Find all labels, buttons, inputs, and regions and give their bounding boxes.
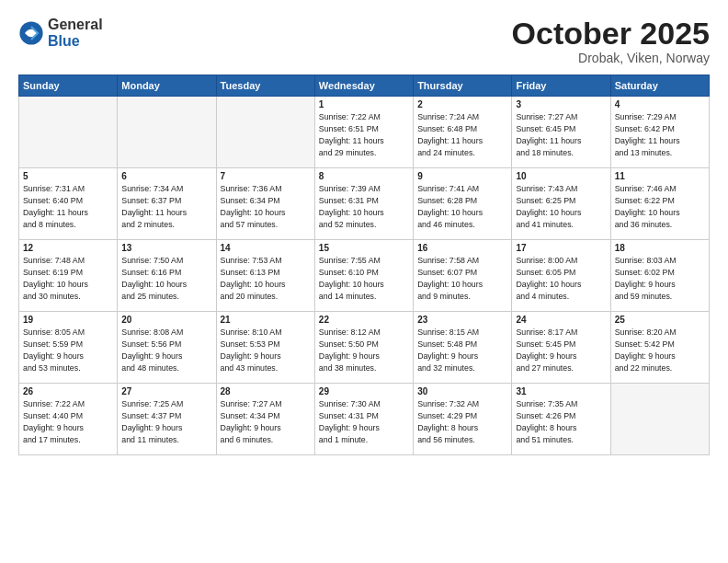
- day-info: Sunrise: 8:00 AM Sunset: 6:05 PM Dayligh…: [516, 255, 606, 302]
- day-cell: 18Sunrise: 8:03 AM Sunset: 6:02 PM Dayli…: [610, 240, 709, 312]
- logo-general-text: General: [48, 17, 103, 33]
- day-number: 4: [615, 99, 705, 109]
- day-number: 8: [319, 171, 409, 181]
- day-cell: 30Sunrise: 7:32 AM Sunset: 4:29 PM Dayli…: [414, 384, 512, 455]
- day-info: Sunrise: 7:24 AM Sunset: 6:48 PM Dayligh…: [417, 111, 507, 158]
- day-cell: 20Sunrise: 8:08 AM Sunset: 5:56 PM Dayli…: [118, 312, 216, 384]
- day-number: 26: [23, 386, 113, 396]
- day-cell: 13Sunrise: 7:50 AM Sunset: 6:16 PM Dayli…: [118, 240, 216, 312]
- logo: General Blue: [18, 17, 103, 49]
- day-cell: 17Sunrise: 8:00 AM Sunset: 6:05 PM Dayli…: [512, 240, 610, 312]
- day-number: 31: [516, 386, 606, 396]
- header-row: SundayMondayTuesdayWednesdayThursdayFrid…: [19, 75, 710, 97]
- col-header-sunday: Sunday: [19, 75, 118, 97]
- day-number: 20: [121, 315, 211, 325]
- day-cell: 15Sunrise: 7:55 AM Sunset: 6:10 PM Dayli…: [314, 240, 413, 312]
- day-info: Sunrise: 7:27 AM Sunset: 4:34 PM Dayligh…: [221, 398, 311, 445]
- day-info: Sunrise: 7:34 AM Sunset: 6:37 PM Dayligh…: [121, 183, 211, 230]
- week-row-5: 26Sunrise: 7:22 AM Sunset: 4:40 PM Dayli…: [19, 384, 710, 455]
- day-info: Sunrise: 7:58 AM Sunset: 6:07 PM Dayligh…: [417, 255, 507, 302]
- day-number: 14: [221, 243, 311, 253]
- day-info: Sunrise: 7:31 AM Sunset: 6:40 PM Dayligh…: [23, 183, 113, 230]
- day-info: Sunrise: 8:08 AM Sunset: 5:56 PM Dayligh…: [121, 327, 211, 373]
- logo-icon: [18, 20, 44, 46]
- day-cell: 19Sunrise: 8:05 AM Sunset: 5:59 PM Dayli…: [19, 312, 118, 384]
- day-cell: 16Sunrise: 7:58 AM Sunset: 6:07 PM Dayli…: [414, 240, 512, 312]
- day-info: Sunrise: 7:55 AM Sunset: 6:10 PM Dayligh…: [319, 255, 409, 302]
- page: General Blue October 2025 Drobak, Viken,…: [0, 0, 728, 465]
- col-header-wednesday: Wednesday: [314, 75, 413, 97]
- day-cell: 2Sunrise: 7:24 AM Sunset: 6:48 PM Daylig…: [414, 97, 512, 168]
- day-info: Sunrise: 8:03 AM Sunset: 6:02 PM Dayligh…: [615, 255, 705, 302]
- day-cell: 1Sunrise: 7:22 AM Sunset: 6:51 PM Daylig…: [314, 97, 413, 168]
- day-cell: [216, 97, 314, 168]
- day-info: Sunrise: 7:30 AM Sunset: 4:31 PM Dayligh…: [319, 398, 409, 445]
- day-number: 3: [516, 99, 606, 109]
- day-info: Sunrise: 8:12 AM Sunset: 5:50 PM Dayligh…: [319, 327, 409, 373]
- day-cell: [610, 384, 709, 455]
- day-number: 25: [615, 315, 705, 325]
- calendar-table: SundayMondayTuesdayWednesdayThursdayFrid…: [18, 75, 710, 455]
- day-number: 29: [319, 386, 409, 396]
- day-info: Sunrise: 7:50 AM Sunset: 6:16 PM Dayligh…: [121, 255, 211, 302]
- day-info: Sunrise: 8:20 AM Sunset: 5:42 PM Dayligh…: [615, 327, 705, 373]
- day-number: 18: [615, 243, 705, 253]
- col-header-monday: Monday: [118, 75, 216, 97]
- week-row-4: 19Sunrise: 8:05 AM Sunset: 5:59 PM Dayli…: [19, 312, 710, 384]
- day-cell: 22Sunrise: 8:12 AM Sunset: 5:50 PM Dayli…: [314, 312, 413, 384]
- day-number: 27: [121, 386, 211, 396]
- day-number: 7: [221, 171, 311, 181]
- day-cell: 24Sunrise: 8:17 AM Sunset: 5:45 PM Dayli…: [512, 312, 610, 384]
- day-number: 16: [417, 243, 507, 253]
- title-block: October 2025 Drobak, Viken, Norway: [512, 17, 710, 65]
- day-cell: 4Sunrise: 7:29 AM Sunset: 6:42 PM Daylig…: [610, 97, 709, 168]
- day-number: 1: [319, 99, 409, 109]
- day-cell: 23Sunrise: 8:15 AM Sunset: 5:48 PM Dayli…: [414, 312, 512, 384]
- day-cell: 27Sunrise: 7:25 AM Sunset: 4:37 PM Dayli…: [118, 384, 216, 455]
- day-number: 5: [23, 171, 113, 181]
- week-row-1: 1Sunrise: 7:22 AM Sunset: 6:51 PM Daylig…: [19, 97, 710, 168]
- day-cell: 3Sunrise: 7:27 AM Sunset: 6:45 PM Daylig…: [512, 97, 610, 168]
- day-info: Sunrise: 7:48 AM Sunset: 6:19 PM Dayligh…: [23, 255, 113, 302]
- col-header-thursday: Thursday: [414, 75, 512, 97]
- day-number: 15: [319, 243, 409, 253]
- day-info: Sunrise: 7:39 AM Sunset: 6:31 PM Dayligh…: [319, 183, 409, 230]
- day-number: 21: [221, 315, 311, 325]
- day-info: Sunrise: 7:25 AM Sunset: 4:37 PM Dayligh…: [121, 398, 211, 445]
- day-cell: 7Sunrise: 7:36 AM Sunset: 6:34 PM Daylig…: [216, 168, 314, 240]
- logo-blue-text: Blue: [48, 33, 103, 50]
- col-header-saturday: Saturday: [610, 75, 709, 97]
- header: General Blue October 2025 Drobak, Viken,…: [18, 17, 710, 65]
- day-info: Sunrise: 7:22 AM Sunset: 4:40 PM Dayligh…: [23, 398, 113, 445]
- day-number: 11: [615, 171, 705, 181]
- week-row-2: 5Sunrise: 7:31 AM Sunset: 6:40 PM Daylig…: [19, 168, 710, 240]
- day-cell: [118, 97, 216, 168]
- col-header-friday: Friday: [512, 75, 610, 97]
- day-cell: 10Sunrise: 7:43 AM Sunset: 6:25 PM Dayli…: [512, 168, 610, 240]
- day-number: 17: [516, 243, 606, 253]
- day-number: 10: [516, 171, 606, 181]
- day-cell: 25Sunrise: 8:20 AM Sunset: 5:42 PM Dayli…: [610, 312, 709, 384]
- day-cell: 31Sunrise: 7:35 AM Sunset: 4:26 PM Dayli…: [512, 384, 610, 455]
- day-number: 24: [516, 315, 606, 325]
- day-cell: 29Sunrise: 7:30 AM Sunset: 4:31 PM Dayli…: [314, 384, 413, 455]
- day-info: Sunrise: 7:46 AM Sunset: 6:22 PM Dayligh…: [615, 183, 705, 230]
- day-info: Sunrise: 8:05 AM Sunset: 5:59 PM Dayligh…: [23, 327, 113, 373]
- day-number: 23: [417, 315, 507, 325]
- day-info: Sunrise: 8:15 AM Sunset: 5:48 PM Dayligh…: [417, 327, 507, 373]
- col-header-tuesday: Tuesday: [216, 75, 314, 97]
- month-title: October 2025: [512, 17, 710, 51]
- day-number: 19: [23, 315, 113, 325]
- day-info: Sunrise: 8:10 AM Sunset: 5:53 PM Dayligh…: [221, 327, 311, 373]
- day-cell: 5Sunrise: 7:31 AM Sunset: 6:40 PM Daylig…: [19, 168, 118, 240]
- day-number: 6: [121, 171, 211, 181]
- day-number: 22: [319, 315, 409, 325]
- day-cell: 14Sunrise: 7:53 AM Sunset: 6:13 PM Dayli…: [216, 240, 314, 312]
- day-number: 2: [417, 99, 507, 109]
- day-cell: 11Sunrise: 7:46 AM Sunset: 6:22 PM Dayli…: [610, 168, 709, 240]
- day-info: Sunrise: 7:36 AM Sunset: 6:34 PM Dayligh…: [221, 183, 311, 230]
- day-info: Sunrise: 7:29 AM Sunset: 6:42 PM Dayligh…: [615, 111, 705, 158]
- day-info: Sunrise: 8:17 AM Sunset: 5:45 PM Dayligh…: [516, 327, 606, 373]
- day-number: 28: [221, 386, 311, 396]
- day-info: Sunrise: 7:22 AM Sunset: 6:51 PM Dayligh…: [319, 111, 409, 158]
